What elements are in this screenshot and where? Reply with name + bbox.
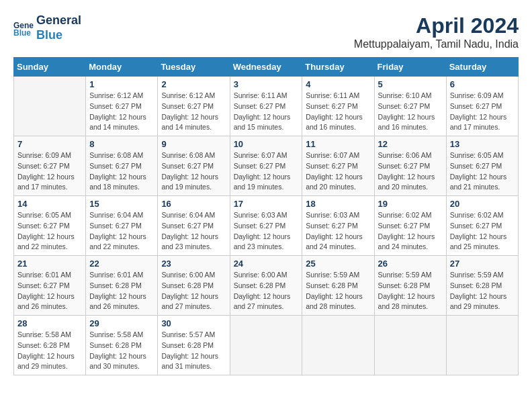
day-number: 20 — [450, 199, 515, 209]
main-title: April 2024 — [354, 13, 519, 38]
day-info: Sunrise: 6:02 AM Sunset: 6:27 PM Dayligh… — [450, 210, 515, 253]
calendar-week-5: 28Sunrise: 5:58 AM Sunset: 6:28 PM Dayli… — [14, 316, 519, 375]
calendar-week-2: 7Sunrise: 6:09 AM Sunset: 6:27 PM Daylig… — [14, 136, 519, 196]
calendar-cell: 8Sunrise: 6:08 AM Sunset: 6:27 PM Daylig… — [86, 136, 158, 196]
day-number: 10 — [234, 139, 299, 149]
day-number: 4 — [306, 79, 370, 89]
day-info: Sunrise: 6:05 AM Sunset: 6:27 PM Dayligh… — [450, 150, 515, 193]
day-number: 11 — [306, 139, 370, 149]
calendar-header-tuesday: Tuesday — [158, 58, 230, 77]
calendar-cell: 6Sunrise: 6:09 AM Sunset: 6:27 PM Daylig… — [446, 77, 518, 136]
logo: General Blue General Blue — [13, 13, 81, 42]
calendar-week-1: 1Sunrise: 6:12 AM Sunset: 6:27 PM Daylig… — [14, 77, 519, 136]
day-info: Sunrise: 6:02 AM Sunset: 6:27 PM Dayligh… — [378, 210, 443, 253]
day-number: 12 — [378, 139, 443, 149]
calendar-cell: 7Sunrise: 6:09 AM Sunset: 6:27 PM Daylig… — [14, 136, 86, 196]
calendar-header-thursday: Thursday — [302, 58, 374, 77]
day-number: 28 — [17, 318, 82, 328]
calendar-header-wednesday: Wednesday — [230, 58, 302, 77]
day-info: Sunrise: 6:01 AM Sunset: 6:27 PM Dayligh… — [17, 270, 82, 312]
calendar-week-3: 14Sunrise: 6:05 AM Sunset: 6:27 PM Dayli… — [14, 196, 519, 256]
day-info: Sunrise: 6:04 AM Sunset: 6:27 PM Dayligh… — [89, 210, 154, 253]
calendar-cell: 21Sunrise: 6:01 AM Sunset: 6:27 PM Dayli… — [14, 256, 86, 316]
svg-text:Blue: Blue — [13, 28, 31, 37]
day-info: Sunrise: 6:09 AM Sunset: 6:27 PM Dayligh… — [17, 150, 82, 193]
calendar-cell: 11Sunrise: 6:07 AM Sunset: 6:27 PM Dayli… — [302, 136, 374, 196]
day-info: Sunrise: 5:59 AM Sunset: 6:28 PM Dayligh… — [306, 270, 370, 312]
calendar-cell: 18Sunrise: 6:03 AM Sunset: 6:27 PM Dayli… — [302, 196, 374, 256]
day-info: Sunrise: 6:11 AM Sunset: 6:27 PM Dayligh… — [234, 91, 299, 133]
day-number: 22 — [89, 259, 154, 269]
calendar-cell: 30Sunrise: 5:57 AM Sunset: 6:28 PM Dayli… — [158, 316, 230, 375]
day-info: Sunrise: 6:00 AM Sunset: 6:28 PM Dayligh… — [234, 270, 299, 312]
day-info: Sunrise: 6:05 AM Sunset: 6:27 PM Dayligh… — [17, 210, 82, 253]
day-number: 7 — [17, 139, 82, 149]
calendar-table: SundayMondayTuesdayWednesdayThursdayFrid… — [13, 57, 519, 375]
calendar-header-monday: Monday — [86, 58, 158, 77]
calendar-cell: 29Sunrise: 5:58 AM Sunset: 6:28 PM Dayli… — [86, 316, 158, 375]
calendar-cell: 4Sunrise: 6:11 AM Sunset: 6:27 PM Daylig… — [302, 77, 374, 136]
calendar-cell: 5Sunrise: 6:10 AM Sunset: 6:27 PM Daylig… — [374, 77, 446, 136]
day-info: Sunrise: 5:58 AM Sunset: 6:28 PM Dayligh… — [17, 330, 82, 372]
calendar-cell: 26Sunrise: 5:59 AM Sunset: 6:28 PM Dayli… — [374, 256, 446, 316]
calendar-cell: 19Sunrise: 6:02 AM Sunset: 6:27 PM Dayli… — [374, 196, 446, 256]
calendar-cell: 28Sunrise: 5:58 AM Sunset: 6:28 PM Dayli… — [14, 316, 86, 375]
day-info: Sunrise: 6:07 AM Sunset: 6:27 PM Dayligh… — [306, 150, 370, 193]
day-number: 19 — [378, 199, 443, 209]
calendar-cell: 27Sunrise: 5:59 AM Sunset: 6:28 PM Dayli… — [446, 256, 518, 316]
calendar-cell: 23Sunrise: 6:00 AM Sunset: 6:28 PM Dayli… — [158, 256, 230, 316]
day-number: 30 — [161, 318, 226, 328]
calendar-cell: 22Sunrise: 6:01 AM Sunset: 6:28 PM Dayli… — [86, 256, 158, 316]
day-info: Sunrise: 6:09 AM Sunset: 6:27 PM Dayligh… — [450, 91, 515, 133]
day-info: Sunrise: 6:11 AM Sunset: 6:27 PM Dayligh… — [306, 91, 370, 133]
day-info: Sunrise: 6:06 AM Sunset: 6:27 PM Dayligh… — [378, 150, 443, 193]
logo-blue: Blue — [36, 28, 81, 43]
day-number: 17 — [234, 199, 299, 209]
day-info: Sunrise: 6:07 AM Sunset: 6:27 PM Dayligh… — [234, 150, 299, 193]
day-number: 27 — [450, 259, 515, 269]
calendar-cell: 24Sunrise: 6:00 AM Sunset: 6:28 PM Dayli… — [230, 256, 302, 316]
logo-icon: General Blue — [13, 18, 34, 38]
logo-general: General — [36, 13, 81, 28]
day-number: 1 — [89, 79, 154, 89]
calendar-cell: 2Sunrise: 6:12 AM Sunset: 6:27 PM Daylig… — [158, 77, 230, 136]
calendar-cell: 17Sunrise: 6:03 AM Sunset: 6:27 PM Dayli… — [230, 196, 302, 256]
calendar-header-row: SundayMondayTuesdayWednesdayThursdayFrid… — [14, 58, 519, 77]
day-info: Sunrise: 6:00 AM Sunset: 6:28 PM Dayligh… — [161, 270, 226, 312]
calendar-cell: 14Sunrise: 6:05 AM Sunset: 6:27 PM Dayli… — [14, 196, 86, 256]
calendar-cell: 9Sunrise: 6:08 AM Sunset: 6:27 PM Daylig… — [158, 136, 230, 196]
day-info: Sunrise: 6:12 AM Sunset: 6:27 PM Dayligh… — [161, 91, 226, 133]
calendar-cell: 3Sunrise: 6:11 AM Sunset: 6:27 PM Daylig… — [230, 77, 302, 136]
title-section: April 2024 Mettuppalaiyam, Tamil Nadu, I… — [354, 13, 519, 50]
day-number: 9 — [161, 139, 226, 149]
calendar-cell: 15Sunrise: 6:04 AM Sunset: 6:27 PM Dayli… — [86, 196, 158, 256]
day-number: 8 — [89, 139, 154, 149]
day-number: 23 — [161, 259, 226, 269]
day-number: 14 — [17, 199, 82, 209]
calendar-header-sunday: Sunday — [14, 58, 86, 77]
calendar-week-4: 21Sunrise: 6:01 AM Sunset: 6:27 PM Dayli… — [14, 256, 519, 316]
day-number: 16 — [161, 199, 226, 209]
calendar-cell — [446, 316, 518, 375]
day-info: Sunrise: 6:04 AM Sunset: 6:27 PM Dayligh… — [161, 210, 226, 253]
page-header: General Blue General Blue April 2024 Met… — [13, 13, 519, 50]
day-info: Sunrise: 5:58 AM Sunset: 6:28 PM Dayligh… — [89, 330, 154, 372]
calendar-cell — [374, 316, 446, 375]
calendar-cell — [230, 316, 302, 375]
day-number: 25 — [306, 259, 370, 269]
day-info: Sunrise: 6:08 AM Sunset: 6:27 PM Dayligh… — [89, 150, 154, 193]
calendar-cell — [302, 316, 374, 375]
day-number: 15 — [89, 199, 154, 209]
day-number: 3 — [234, 79, 299, 89]
day-info: Sunrise: 6:01 AM Sunset: 6:28 PM Dayligh… — [89, 270, 154, 312]
day-number: 6 — [450, 79, 515, 89]
day-number: 26 — [378, 259, 443, 269]
day-info: Sunrise: 5:57 AM Sunset: 6:28 PM Dayligh… — [161, 330, 226, 372]
calendar-cell: 20Sunrise: 6:02 AM Sunset: 6:27 PM Dayli… — [446, 196, 518, 256]
calendar-cell: 16Sunrise: 6:04 AM Sunset: 6:27 PM Dayli… — [158, 196, 230, 256]
day-info: Sunrise: 5:59 AM Sunset: 6:28 PM Dayligh… — [378, 270, 443, 312]
calendar-cell: 13Sunrise: 6:05 AM Sunset: 6:27 PM Dayli… — [446, 136, 518, 196]
calendar-cell: 12Sunrise: 6:06 AM Sunset: 6:27 PM Dayli… — [374, 136, 446, 196]
calendar-cell: 1Sunrise: 6:12 AM Sunset: 6:27 PM Daylig… — [86, 77, 158, 136]
day-number: 5 — [378, 79, 443, 89]
